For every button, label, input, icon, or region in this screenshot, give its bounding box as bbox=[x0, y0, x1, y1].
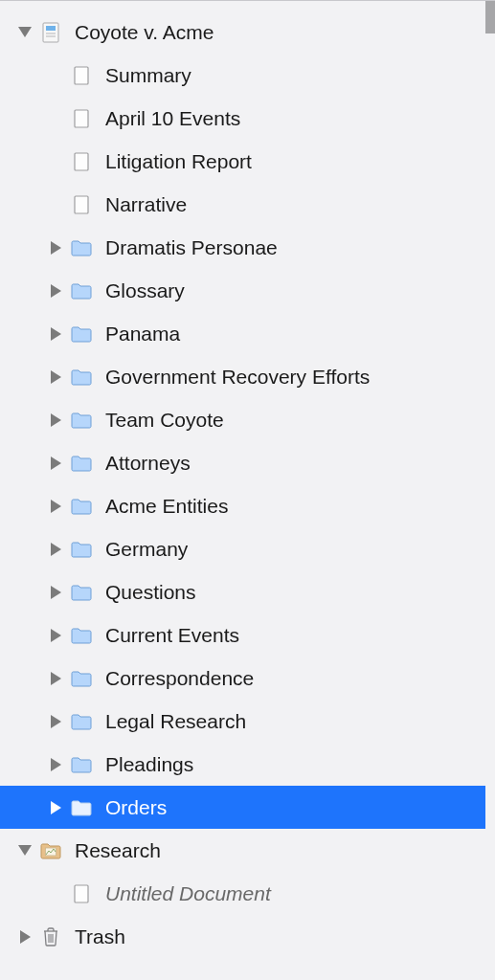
disclosure-closed-icon[interactable] bbox=[42, 413, 69, 427]
document-icon bbox=[69, 63, 94, 88]
tree-item-folder[interactable]: Pleadings bbox=[0, 743, 485, 786]
tree-item-folder-label: Current Events bbox=[105, 624, 485, 647]
folder-icon bbox=[69, 623, 94, 648]
tree-item-folder[interactable]: Questions bbox=[0, 570, 485, 613]
svg-rect-9 bbox=[75, 885, 88, 902]
disclosure-closed-icon[interactable] bbox=[11, 930, 38, 944]
folder-icon bbox=[69, 537, 94, 562]
tree-item-folder[interactable]: Attorneys bbox=[0, 441, 485, 484]
tree-item-research-label: Research bbox=[75, 839, 485, 862]
tree-item-research[interactable]: Research bbox=[0, 829, 485, 872]
document-icon bbox=[69, 106, 94, 131]
tree-item-folder-label: Pleadings bbox=[105, 753, 485, 776]
disclosure-closed-icon[interactable] bbox=[42, 284, 69, 298]
tree-item-folder[interactable]: Government Recovery Efforts bbox=[0, 355, 485, 398]
tree-item-doc-label: Narrative bbox=[105, 193, 485, 216]
svg-rect-6 bbox=[75, 153, 88, 170]
disclosure-closed-icon[interactable] bbox=[42, 672, 69, 685]
scrollbar-thumb[interactable] bbox=[485, 0, 495, 33]
tree-item-folder[interactable]: Current Events bbox=[0, 613, 485, 657]
document-icon bbox=[69, 149, 94, 174]
tree-item-folder-label: Glossary bbox=[105, 279, 485, 302]
folder-icon bbox=[69, 580, 94, 605]
tree-item-doc[interactable]: Litigation Report bbox=[0, 140, 485, 183]
svg-rect-1 bbox=[46, 26, 56, 31]
tree-item-doc[interactable]: Summary bbox=[0, 54, 485, 97]
tree-item-folder[interactable]: Orders bbox=[0, 786, 485, 829]
disclosure-closed-icon[interactable] bbox=[42, 715, 69, 728]
binder-outline: Coyote v. AcmeSummaryApril 10 EventsLiti… bbox=[0, 0, 485, 980]
disclosure-closed-icon[interactable] bbox=[42, 457, 69, 470]
tree-item-folder[interactable]: Acme Entities bbox=[0, 484, 485, 527]
disclosure-closed-icon[interactable] bbox=[42, 543, 69, 556]
tree-item-doc-label: Litigation Report bbox=[105, 150, 485, 173]
disclosure-closed-icon[interactable] bbox=[42, 758, 69, 771]
disclosure-closed-icon[interactable] bbox=[42, 327, 69, 341]
tree-item-folder[interactable]: Team Coyote bbox=[0, 398, 485, 441]
folder-icon bbox=[69, 408, 94, 433]
tree-item-trash-label: Trash bbox=[75, 925, 485, 948]
document-icon bbox=[69, 881, 94, 906]
research-folder-icon bbox=[38, 838, 63, 863]
tree-item-doc-label: April 10 Events bbox=[105, 107, 485, 130]
svg-rect-5 bbox=[75, 110, 88, 127]
tree-item-folder-label: Government Recovery Efforts bbox=[105, 366, 485, 389]
folder-icon bbox=[69, 278, 94, 303]
tree-item-folder[interactable]: Dramatis Personae bbox=[0, 226, 485, 269]
folder-icon bbox=[69, 365, 94, 390]
svg-rect-4 bbox=[75, 67, 88, 84]
folder-icon bbox=[69, 235, 94, 260]
tree-item-doc[interactable]: Untitled Document bbox=[0, 872, 485, 915]
tree-item-doc-label: Summary bbox=[105, 64, 485, 87]
tree-item-folder[interactable]: Legal Research bbox=[0, 700, 485, 743]
disclosure-open-icon[interactable] bbox=[11, 845, 38, 856]
tree-item-doc-label: Untitled Document bbox=[105, 882, 485, 905]
tree-item-folder[interactable]: Glossary bbox=[0, 269, 485, 312]
tree-item-folder-label: Panama bbox=[105, 323, 485, 345]
tree-item-root[interactable]: Coyote v. Acme bbox=[0, 11, 485, 54]
tree-item-trash[interactable]: Trash bbox=[0, 915, 485, 958]
tree-item-folder-label: Dramatis Personae bbox=[105, 236, 485, 259]
tree-item-folder-label: Acme Entities bbox=[105, 495, 485, 518]
tree-item-root-label: Coyote v. Acme bbox=[75, 21, 485, 44]
folder-icon bbox=[69, 451, 94, 476]
tree-item-folder-label: Germany bbox=[105, 538, 485, 561]
folder-icon bbox=[69, 795, 94, 820]
folder-icon bbox=[69, 709, 94, 734]
disclosure-closed-icon[interactable] bbox=[42, 370, 69, 384]
tree-item-folder[interactable]: Germany bbox=[0, 527, 485, 570]
trash-icon bbox=[38, 924, 63, 949]
tree-item-folder-label: Correspondence bbox=[105, 667, 485, 690]
tree-item-folder-label: Legal Research bbox=[105, 710, 485, 733]
tree-item-folder[interactable]: Correspondence bbox=[0, 657, 485, 700]
tree-item-folder[interactable]: Panama bbox=[0, 312, 485, 355]
tree-item-folder-label: Attorneys bbox=[105, 452, 485, 475]
disclosure-closed-icon[interactable] bbox=[42, 801, 69, 814]
disclosure-open-icon[interactable] bbox=[11, 27, 38, 37]
svg-rect-7 bbox=[75, 196, 88, 213]
composite-doc-icon bbox=[38, 20, 63, 45]
tree-item-folder-label: Questions bbox=[105, 581, 485, 604]
disclosure-closed-icon[interactable] bbox=[42, 500, 69, 513]
tree-item-folder-label: Team Coyote bbox=[105, 409, 485, 432]
disclosure-closed-icon[interactable] bbox=[42, 241, 69, 255]
tree-item-doc[interactable]: April 10 Events bbox=[0, 97, 485, 140]
folder-icon bbox=[69, 494, 94, 519]
svg-rect-8 bbox=[46, 848, 56, 856]
folder-icon bbox=[69, 322, 94, 346]
folder-icon bbox=[69, 666, 94, 691]
document-icon bbox=[69, 192, 94, 217]
tree-item-folder-label: Orders bbox=[105, 796, 485, 819]
folder-icon bbox=[69, 752, 94, 777]
tree-item-doc[interactable]: Narrative bbox=[0, 183, 485, 226]
disclosure-closed-icon[interactable] bbox=[42, 586, 69, 599]
disclosure-closed-icon[interactable] bbox=[42, 629, 69, 642]
